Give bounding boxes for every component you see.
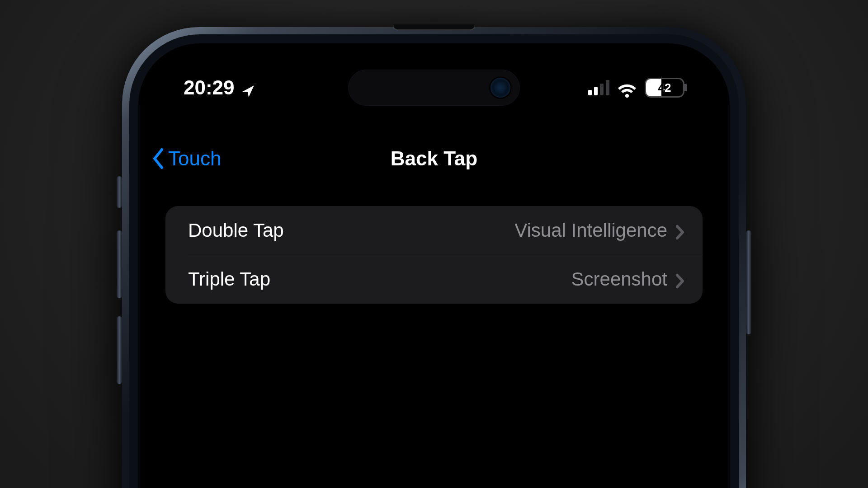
phone-bezel: 20:29 [129, 34, 739, 488]
phone-side-button [117, 316, 122, 384]
phone-screen: 20:29 [138, 43, 730, 488]
row-value: Screenshot [571, 268, 667, 290]
backdrop: 20:29 [100, 0, 768, 488]
nav-bar: Touch Back Tap [138, 138, 730, 179]
row-label: Double Tap [188, 220, 284, 241]
battery-indicator: 42 42 [645, 78, 684, 98]
phone-speaker-slit [393, 24, 475, 30]
phone-side-button [746, 230, 751, 334]
row-triple-tap[interactable]: Triple Tap Screenshot [165, 255, 703, 304]
phone-side-button [117, 230, 122, 298]
phone-side-button [117, 176, 122, 208]
phone-frame: 20:29 [122, 27, 746, 488]
settings-group: Double Tap Visual Intelligence Triple [165, 206, 703, 304]
row-label: Triple Tap [188, 268, 270, 290]
location-arrow-icon [241, 80, 255, 95]
wifi-icon [618, 80, 637, 95]
status-bar: 20:29 [138, 70, 730, 106]
row-double-tap[interactable]: Double Tap Visual Intelligence [165, 206, 703, 255]
battery-percent-label: 42 42 [646, 79, 683, 96]
chevron-right-icon [675, 272, 684, 287]
chevron-right-icon [675, 223, 684, 238]
page-title: Back Tap [138, 147, 730, 170]
cellular-signal-icon [588, 80, 609, 95]
row-value: Visual Intelligence [514, 220, 667, 241]
status-time: 20:29 [184, 76, 235, 99]
